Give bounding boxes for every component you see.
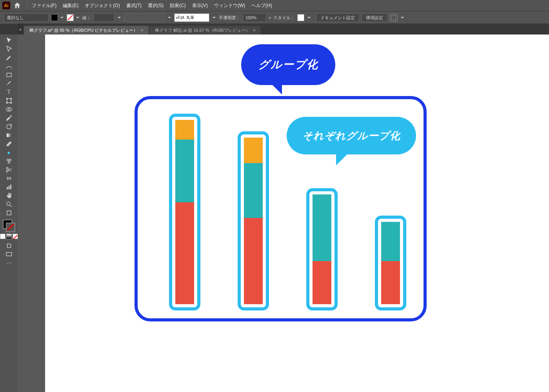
- align-dd-icon[interactable]: [400, 15, 405, 20]
- svg-point-4: [6, 102, 7, 103]
- screen-mode-icon[interactable]: [4, 250, 14, 259]
- menu-effect[interactable]: 効果(C): [167, 2, 189, 9]
- bar-segment-mid[interactable]: [313, 194, 331, 261]
- chart-bar-group[interactable]: [169, 114, 200, 310]
- menu-select[interactable]: 選択(S): [145, 2, 167, 9]
- brush-dd-icon[interactable]: [167, 15, 172, 20]
- chart-bar-group[interactable]: [375, 216, 406, 310]
- bar-segment-bot[interactable]: [313, 261, 331, 304]
- svg-rect-19: [7, 244, 11, 248]
- shape-builder-tool-icon[interactable]: [4, 105, 14, 114]
- svg-rect-16: [10, 185, 11, 189]
- more-tools-icon[interactable]: ⋯: [4, 259, 14, 267]
- menu-format[interactable]: 書式(T): [123, 2, 145, 9]
- none-mode-icon[interactable]: [13, 234, 18, 239]
- align-icon[interactable]: [390, 14, 398, 22]
- bar-segment-top[interactable]: [244, 138, 263, 163]
- bar-segment-mid[interactable]: [244, 163, 263, 218]
- style-swatch-icon[interactable]: [297, 14, 304, 21]
- svg-point-10: [9, 159, 11, 161]
- fill-stroke-indicator[interactable]: [3, 220, 15, 232]
- color-mode-row: [0, 234, 18, 239]
- width-tool-icon[interactable]: [4, 174, 14, 183]
- svg-rect-8: [7, 134, 11, 137]
- bar-segment-mid[interactable]: [381, 222, 400, 261]
- menu-window[interactable]: ウィンドウ(W): [211, 2, 248, 9]
- callout-outer-group[interactable]: グループ化: [241, 44, 335, 85]
- type-tool-icon[interactable]: T: [4, 88, 14, 96]
- stacked-bar[interactable]: [175, 120, 194, 304]
- svg-point-12: [6, 167, 8, 169]
- artboard-tool-icon[interactable]: [4, 209, 14, 217]
- scissors-tool-icon[interactable]: [4, 165, 14, 174]
- bar-segment-top[interactable]: [175, 120, 194, 140]
- eraser-tool-icon[interactable]: [4, 140, 14, 148]
- stacked-bar[interactable]: [313, 194, 331, 304]
- hand-tool-icon[interactable]: [4, 191, 14, 200]
- svg-point-11: [8, 162, 10, 163]
- canvas-area[interactable]: グループ化 それぞれグループ化: [18, 34, 549, 392]
- bar-segment-mid[interactable]: [175, 140, 194, 202]
- opacity-field[interactable]: 100%: [243, 13, 266, 22]
- chart-outer-group[interactable]: [135, 96, 427, 321]
- home-icon[interactable]: [13, 2, 21, 9]
- column-graph-tool-icon[interactable]: [4, 183, 14, 191]
- stacked-bar[interactable]: [381, 222, 400, 304]
- fill-swatch-icon[interactable]: [51, 14, 58, 21]
- preferences-button[interactable]: 環境設定: [362, 13, 387, 22]
- menu-edit[interactable]: 編集(E): [60, 2, 82, 9]
- svg-point-17: [7, 202, 10, 205]
- symbol-tool-icon[interactable]: [4, 157, 14, 165]
- stroke-group[interactable]: [67, 14, 80, 21]
- doc-setup-button[interactable]: ドキュメント設定: [316, 13, 359, 22]
- menu-file[interactable]: ファイル(F): [29, 2, 60, 9]
- style-dd-icon[interactable]: [307, 15, 311, 20]
- direct-selection-tool-icon[interactable]: [4, 45, 14, 53]
- panel-toggle-icon[interactable]: ▸: [18, 24, 23, 34]
- gradient-mode-icon[interactable]: [6, 234, 12, 239]
- svg-rect-18: [7, 211, 11, 215]
- artboard[interactable]: グループ化 それぞれグループ化: [45, 34, 549, 392]
- pen-tool-icon[interactable]: [4, 53, 14, 62]
- tab-inactive[interactable]: 棒グラフ 解説.ai @ 16.67 %（RGB/プレビュー）×: [149, 26, 261, 34]
- brush-field[interactable]: [124, 13, 165, 22]
- brush-preset[interactable]: • 3 pt. 丸筆: [174, 13, 209, 22]
- bar-segment-bot[interactable]: [381, 261, 400, 304]
- selection-tool-icon[interactable]: [4, 36, 14, 45]
- tab-active[interactable]: 棒グラフ.ai* @ 95 %（RGB/CPU ピクセルプレビュー）×: [24, 26, 149, 34]
- rectangle-tool-icon[interactable]: [4, 71, 14, 79]
- svg-point-13: [6, 171, 8, 172]
- stacked-bar[interactable]: [244, 138, 263, 304]
- fill-dropdown-icon[interactable]: [60, 15, 64, 20]
- menu-object[interactable]: オブジェクト(O): [82, 2, 123, 9]
- eyedropper-tool-icon[interactable]: [4, 114, 14, 122]
- bar-segment-bot[interactable]: [175, 202, 194, 304]
- control-bar: 選択なし 線： • 3 pt. 丸筆 不透明度： 100% > スタイル： ドキ…: [0, 11, 549, 24]
- free-transform-tool-icon[interactable]: [4, 96, 14, 105]
- zoom-tool-icon[interactable]: [4, 200, 14, 209]
- close-icon[interactable]: ×: [141, 28, 143, 33]
- svg-rect-20: [6, 252, 12, 256]
- menu-help[interactable]: ヘルプ(H): [248, 2, 275, 9]
- opacity-more-icon[interactable]: >: [269, 15, 271, 20]
- chart-bar-group[interactable]: [238, 131, 269, 310]
- gradient-tool-icon[interactable]: [4, 131, 14, 140]
- brush-preset-dd-icon[interactable]: [212, 15, 216, 20]
- svg-point-2: [6, 98, 7, 99]
- draw-mode-icon[interactable]: [4, 241, 14, 250]
- stroke-square-icon[interactable]: [6, 223, 15, 232]
- color-mode-icon[interactable]: [0, 234, 5, 239]
- close-icon[interactable]: ×: [253, 28, 256, 33]
- curvature-tool-icon[interactable]: [4, 62, 14, 71]
- menu-view[interactable]: 表示(V): [189, 2, 211, 9]
- stroke-weight-field[interactable]: [93, 13, 115, 22]
- stroke-dropdown-icon[interactable]: [75, 15, 80, 20]
- fill-group[interactable]: [51, 14, 64, 21]
- paintbrush-tool-icon[interactable]: [4, 79, 14, 88]
- stroke-weight-dd-icon[interactable]: [117, 15, 122, 20]
- blob-brush-tool-icon[interactable]: ●: [4, 148, 14, 157]
- stroke-none-icon[interactable]: [67, 14, 74, 21]
- chart-bar-group[interactable]: [306, 188, 338, 310]
- rotate-tool-icon[interactable]: [4, 122, 14, 131]
- bar-segment-bot[interactable]: [244, 218, 263, 304]
